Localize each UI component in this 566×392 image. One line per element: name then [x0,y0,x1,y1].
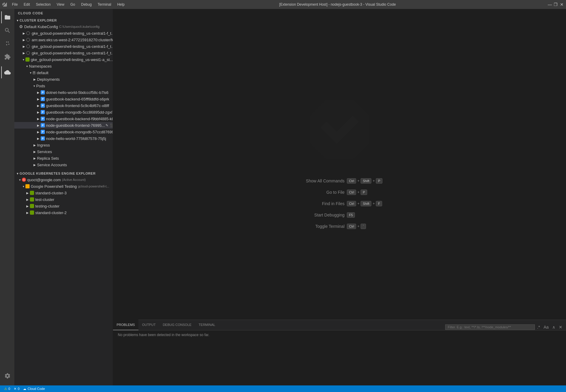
kubeconfig-icon: ⚙ [19,24,23,29]
status-warnings[interactable]: ⚠ 0 [2,385,12,392]
google-account[interactable]: ▾ G quoct@google.com (Active Account) [14,176,113,183]
menu-view[interactable]: View [54,2,67,7]
tab-problems[interactable]: PROBLEMS [113,320,138,330]
namespaces-item[interactable]: ▾ Namespaces [14,63,113,69]
pod5-label: node-guestbook-backend-f9bbf4885-k8... [46,117,113,121]
pod-item-6[interactable]: ▶ P node-guestbook-frontend-76995... ✎ ⬛ [14,122,113,129]
shortcut-debug: Start Debugging F5 [297,212,382,218]
pod-item-3[interactable]: ▶ P guestbook-frontend-5c9c4bf67c-xl8ff [14,102,113,109]
tab-terminal[interactable]: TERMINAL [195,320,219,330]
maximize-button[interactable]: ❐ [554,3,558,6]
menu-edit[interactable]: Edit [21,2,32,7]
pod4-expand: ▶ [37,111,39,114]
pod4-label: guestbook-mongodb-5cc86895dd-zgxl7 [46,110,113,115]
cluster3-chevron: ▶ [23,45,25,48]
cluster-item-2[interactable]: ▶ arn:aws:eks:us-west-2:477215918270:clu… [14,36,113,43]
service-accounts-chevron: ▶ [33,163,36,167]
google-account-icon: G [22,178,26,182]
kubeconfig-path: C:\Users\quoct\.kube\config [59,25,100,28]
kbd-ctrl2: Ctrl [347,190,356,195]
filter-regex-icon[interactable]: .* [536,324,541,330]
cluster3-label: gke_gcloud-powershell-testing_us-central… [32,44,113,49]
gke-cluster3-chevron: ▶ [26,205,29,208]
replicasets-label: Replica Sets [37,156,59,161]
activity-search-icon[interactable] [1,25,13,36]
activity-cloud-code-icon[interactable] [1,66,13,78]
pods-section[interactable]: ▾ Pods [14,83,113,89]
pod-item-5[interactable]: ▶ P node-guestbook-backend-f9bbf4885-k8.… [14,115,113,122]
activity-explorer-icon[interactable] [1,11,13,23]
ingress-label: Ingress [37,143,50,147]
sidebar: CLOUD CODE ▾ CLUSTER EXPLORER ⚙ Default … [14,9,113,385]
default-kubeconfig[interactable]: ⚙ Default KubeConfig C:\Users\quoct\.kub… [14,23,113,30]
active-cluster[interactable]: ▾ gke_gcloud-powershell-testing_us-west1… [14,56,113,63]
close-button[interactable]: ✕ [560,3,564,6]
pod6-edit-icon[interactable]: ✎ [105,123,109,128]
deployments-section[interactable]: ▶ Deployments [14,76,113,83]
plus4: + [357,202,359,206]
filter-case-icon[interactable]: Aa [542,324,550,330]
cluster-explorer-chevron: ▾ [17,19,19,22]
cluster-item-4[interactable]: ▶ gke_gcloud-powershell-testing_us-centr… [14,50,113,56]
gke-project[interactable]: ▾ Google Powershell Testing gcloud-power… [14,183,113,190]
pod-item-2[interactable]: ▶ P guestbook-backend-65fff8ddfd-s6prk [14,96,113,102]
cluster-explorer-header[interactable]: ▾ CLUSTER EXPLORER [14,17,113,23]
ingress-chevron: ▶ [33,144,36,147]
kbd-ctrl3: Ctrl [347,201,356,206]
pod-item-1[interactable]: ▶ P dotnet-hello-world-5bdcccf58c-b7ls6 [14,89,113,96]
cloud-code-status-icon: ☁ [23,387,26,391]
activity-source-control-icon[interactable] [1,38,13,50]
service-accounts-section[interactable]: ▶ Service Accounts [14,161,113,168]
active-cluster-chevron: ▾ [23,58,24,61]
plus1: + [357,179,359,183]
services-section[interactable]: ▶ Services [14,148,113,155]
pod3-icon: P [41,103,45,108]
tab-output[interactable]: OUTPUT [138,320,159,330]
gke-cluster-4[interactable]: ▶ standard-cluster-2 [14,209,113,216]
status-errors[interactable]: ✕ 0 [12,385,21,392]
gke-cluster4-chevron: ▶ [26,211,29,214]
menu-debug[interactable]: Debug [79,2,94,7]
cluster4-status-icon [26,51,30,55]
kubeconfig-label: Default KubeConfig [24,25,58,29]
panel-collapse-icon[interactable]: ∧ [551,324,556,330]
problems-filter-input[interactable] [445,324,535,330]
gke-cluster-1[interactable]: ▶ standard-cluster-3 [14,190,113,196]
pod7-expand: ▶ [37,130,39,134]
pod6-expand: ▶ [37,124,39,127]
cluster1-status-icon [26,31,30,35]
ingress-section[interactable]: ▶ Ingress [14,142,113,148]
gke-explorer-header[interactable]: ▾ GOOGLE KUBERNETES ENGINE EXPLORER [14,170,113,176]
pod-item-4[interactable]: ▶ P guestbook-mongodb-5cc86895dd-zgxl7 [14,109,113,115]
menu-file[interactable]: File [10,2,20,7]
default-namespace[interactable]: ▾ * default [14,69,113,76]
gke-cluster-2[interactable]: ▶ test-cluster [14,196,113,203]
title-bar-title: [Extension Development Host] - nodejs-gu… [279,2,396,7]
replicasets-section[interactable]: ▶ Replica Sets [14,155,113,161]
cluster-item-3[interactable]: ▶ gke_gcloud-powershell-testing_us-centr… [14,43,113,50]
tab-debug-console[interactable]: DEBUG CONSOLE [159,320,195,330]
cluster-item-1[interactable]: ▶ gke_gcloud-powershell-testing_us-centr… [14,30,113,36]
shortcut-debug-label: Start Debugging [297,213,344,217]
status-bar: ⚠ 0 ✕ 0 ☁ Cloud Code [0,385,566,392]
project-name: Google Powershell Testing [31,184,77,189]
gke-cluster1-icon [30,191,34,195]
pod-item-7[interactable]: ▶ P node-guestbook-mongodb-57ccd87699... [14,129,113,135]
menu-help[interactable]: Help [115,2,127,7]
gke-cluster3-icon [30,204,34,208]
activity-extensions-icon[interactable] [1,51,13,63]
panel-close-icon[interactable]: ✕ [558,324,564,330]
kbd-f: F [376,201,382,206]
menu-terminal[interactable]: Terminal [95,2,114,7]
gke-cluster-3[interactable]: ▶ testing-cluster [14,203,113,209]
shortcut-find: Find in Files Ctrl + Shift + F [297,201,382,206]
kbd-ctrl4: Ctrl [347,224,356,229]
activity-settings-icon[interactable] [1,370,13,383]
pod6-open-icon[interactable]: ⬛ [109,123,113,128]
title-bar: File Edit Selection View Go Debug Termin… [0,0,566,9]
menu-selection[interactable]: Selection [33,2,53,7]
menu-go[interactable]: Go [68,2,77,7]
minimize-button[interactable]: — [548,3,552,6]
pod-item-8[interactable]: ▶ P node-hello-world-775fd87578-75j5j [14,135,113,142]
status-cloud-code[interactable]: ☁ Cloud Code [21,385,47,392]
